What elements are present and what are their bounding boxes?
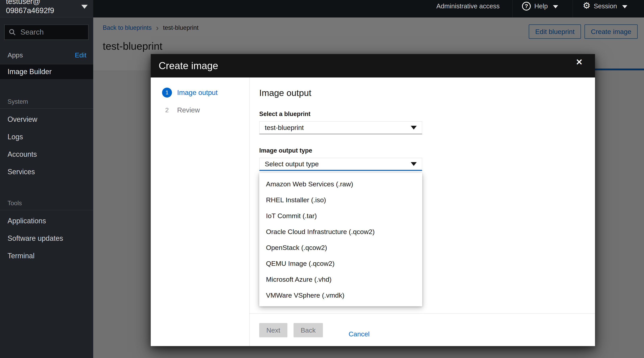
sidebar-section-system: System Overview Logs Accounts Services — [0, 98, 93, 181]
option-rhel-installer[interactable]: RHEL Installer (.iso) — [259, 192, 422, 208]
modal-header: Create image ✕ — [151, 54, 595, 77]
wizard-body: Image output Select a blueprint test-blu… — [250, 77, 595, 346]
wizard-steps-nav: 1 Image output 2 Review — [151, 77, 250, 346]
output-type-form-group: Image output type Select output type Ama… — [259, 147, 595, 306]
wizard: 1 Image output 2 Review Image output Sel… — [151, 77, 595, 346]
help-menu[interactable]: ? Help — [512, 0, 572, 18]
sidebar-item-services[interactable]: Services — [0, 163, 93, 181]
sidebar-item-accounts[interactable]: Accounts — [0, 146, 93, 163]
session-label: Session — [594, 3, 617, 10]
sidebar-item-logs[interactable]: Logs — [0, 128, 93, 146]
sidebar-item-overview[interactable]: Overview — [0, 111, 93, 128]
caret-down-icon — [411, 126, 417, 129]
output-type-select-label: Image output type — [259, 147, 595, 154]
option-iot-commit[interactable]: IoT Commit (.tar) — [259, 208, 422, 224]
chevron-down-icon — [622, 5, 627, 8]
chevron-down-icon — [553, 5, 558, 8]
cockpit-shell: testuser@ 09867a4692f9 Apps Edit Image B… — [0, 0, 644, 358]
output-type-select[interactable]: Select output type — [259, 158, 422, 171]
option-qemu-image[interactable]: QEMU Image (.qcow2) — [259, 256, 422, 271]
blueprint-select-label: Select a blueprint — [259, 110, 595, 118]
option-amazon-web-services[interactable]: Amazon Web Services (.raw) — [259, 176, 422, 192]
output-type-select-value: Select output type — [265, 160, 319, 168]
user-menu[interactable]: testuser@ 09867a4692f9 — [0, 0, 93, 18]
administrative-access-toggle[interactable]: Administrative access — [428, 0, 512, 18]
user-name: testuser@ — [6, 0, 54, 6]
back-button[interactable]: Back — [294, 323, 323, 337]
search-box — [4, 25, 88, 40]
session-menu[interactable]: ⚙ Session — [572, 0, 644, 18]
masthead: Administrative access ? Help ⚙ Session — [93, 0, 644, 18]
step-number: 2 — [162, 106, 172, 114]
wizard-footer: Next Back Cancel — [250, 313, 595, 346]
sidebar-item-image-builder[interactable]: Image Builder — [0, 64, 93, 79]
option-openstack[interactable]: OpenStack (.qcow2) — [259, 240, 422, 256]
option-microsoft-azure[interactable]: Microsoft Azure (.vhd) — [259, 271, 422, 287]
blueprint-select-value: test-blueprint — [265, 124, 304, 131]
create-image-modal: Create image ✕ 1 Image output 2 Review I… — [151, 54, 595, 346]
wizard-content: Image output Select a blueprint test-blu… — [250, 77, 595, 313]
output-type-menu: Amazon Web Services (.raw) RHEL Installe… — [259, 173, 422, 306]
sidebar-nav: Image Builder System Overview Logs Accou… — [0, 64, 93, 265]
wizard-step-review[interactable]: 2 Review — [162, 104, 249, 116]
cancel-button[interactable]: Cancel — [349, 330, 370, 338]
help-icon: ? — [522, 2, 531, 11]
section-title-system: System — [0, 98, 93, 109]
option-vmware-vsphere[interactable]: VMWare VSphere (.vmdk) — [259, 287, 422, 303]
blueprint-form-group: Select a blueprint test-blueprint — [259, 110, 595, 134]
step-label: Review — [177, 106, 200, 114]
administrative-access-label: Administrative access — [436, 3, 500, 10]
apps-header: Apps Edit — [0, 51, 93, 64]
apps-label: Apps — [8, 51, 23, 59]
chevron-down-icon — [81, 5, 88, 9]
sidebar-section-tools: Tools Applications Software updates Term… — [0, 200, 93, 265]
gear-icon: ⚙ — [583, 2, 590, 10]
search-icon — [8, 28, 16, 36]
sidebar: testuser@ 09867a4692f9 Apps Edit Image B… — [0, 0, 93, 358]
wizard-heading: Image output — [259, 88, 595, 98]
step-label: Image output — [177, 89, 218, 97]
sidebar-item-terminal[interactable]: Terminal — [0, 247, 93, 265]
modal-title: Create image — [159, 60, 218, 72]
caret-down-icon — [411, 162, 417, 166]
section-title-tools: Tools — [0, 200, 93, 210]
sidebar-item-software-updates[interactable]: Software updates — [0, 230, 93, 247]
apps-edit-link[interactable]: Edit — [75, 51, 86, 59]
user-identity: testuser@ 09867a4692f9 — [6, 0, 54, 15]
user-host: 09867a4692f9 — [6, 6, 54, 15]
blueprint-select[interactable]: test-blueprint — [259, 121, 422, 134]
next-button[interactable]: Next — [259, 323, 288, 337]
help-label: Help — [534, 3, 548, 10]
sidebar-item-applications[interactable]: Applications — [0, 212, 93, 230]
wizard-step-image-output[interactable]: 1 Image output — [162, 87, 249, 99]
search-input[interactable] — [20, 28, 84, 36]
option-oracle-cloud-infrastructure[interactable]: Oracle Cloud Infrastructure (.qcow2) — [259, 224, 422, 240]
close-icon[interactable]: ✕ — [572, 55, 587, 69]
step-number-badge: 1 — [162, 88, 172, 98]
